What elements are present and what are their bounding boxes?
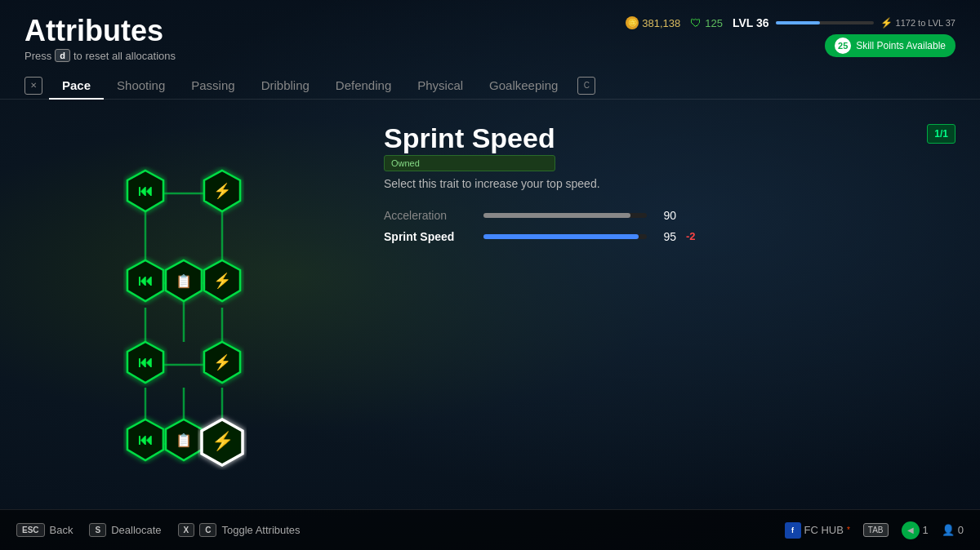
stat-label-sprint: Sprint Speed bbox=[384, 230, 474, 243]
person-count: 0 bbox=[958, 524, 964, 536]
trait-name-section: Sprint Speed Owned bbox=[384, 124, 555, 171]
svg-text:📋: 📋 bbox=[176, 273, 192, 289]
stat-label-acceleration: Acceleration bbox=[384, 209, 474, 222]
svg-text:⏮: ⏮ bbox=[138, 273, 153, 289]
xp-text: 1172 to LVL 37 bbox=[896, 18, 956, 28]
tab-goalkeeping[interactable]: Goalkeeping bbox=[476, 72, 571, 99]
level-row: 🪙 381,138 🛡 125 LVL 36 ⚡ 1172 to LVL 37 bbox=[626, 16, 956, 29]
tab-key: TAB bbox=[863, 523, 889, 537]
subtitle-text: Press bbox=[24, 50, 51, 62]
shield-icon: 🛡 bbox=[690, 16, 702, 29]
xp-label: ⚡ 1172 to LVL 37 bbox=[880, 17, 956, 29]
bottom-left: ESC Back S Deallocate X C Toggle Attribu… bbox=[16, 523, 301, 537]
arrow-group: ◀ 1 bbox=[902, 521, 929, 539]
xp-icon: ⚡ bbox=[880, 17, 893, 29]
reset-key: d bbox=[55, 49, 70, 62]
tab-defending[interactable]: Defending bbox=[323, 72, 404, 99]
svg-text:⏮: ⏮ bbox=[138, 183, 153, 199]
xp-bar-container bbox=[776, 21, 874, 24]
tab-physical[interactable]: Physical bbox=[404, 72, 476, 99]
connections bbox=[145, 193, 222, 444]
svg-text:📋: 📋 bbox=[176, 432, 192, 448]
person-icon-area: 👤 0 bbox=[942, 524, 964, 536]
fc-hub[interactable]: f FC HUB * bbox=[785, 522, 850, 539]
title-section: Attributes Press d to reset all allocati… bbox=[24, 16, 176, 62]
back-label: Back bbox=[50, 524, 74, 536]
subtitle-rest: to reset all allocations bbox=[74, 50, 176, 62]
page-title: Attributes bbox=[24, 16, 176, 46]
toggle-key-c: C bbox=[199, 523, 216, 537]
deallocate-key: S bbox=[89, 523, 106, 537]
coins-value: 381,138 bbox=[642, 17, 680, 29]
coins-display: 🪙 381,138 bbox=[626, 16, 680, 29]
trait-description: Select this trait to increase your top s… bbox=[384, 176, 956, 193]
stat-row-sprint: Sprint Speed 95 -2 bbox=[384, 230, 956, 243]
svg-text:⚡: ⚡ bbox=[212, 430, 234, 452]
bottom-bar: ESC Back S Deallocate X C Toggle Attribu… bbox=[0, 509, 980, 550]
right-panel: Sprint Speed Owned 1/1 Select this trait… bbox=[384, 116, 956, 503]
back-key: ESC bbox=[16, 523, 45, 537]
top-right: 🪙 381,138 🛡 125 LVL 36 ⚡ 1172 to LVL 37 bbox=[626, 16, 956, 57]
stat-diff-sprint: -2 bbox=[686, 230, 696, 242]
level-label: LVL 36 bbox=[733, 16, 769, 29]
trait-header: Sprint Speed Owned 1/1 bbox=[384, 124, 956, 171]
toggle-key-x: X bbox=[178, 523, 195, 537]
shield-display: 🛡 125 bbox=[690, 16, 723, 29]
back-btn[interactable]: ESC Back bbox=[16, 523, 73, 537]
stat-value-sprint: 95 bbox=[657, 230, 676, 243]
tab-dribbling[interactable]: Dribbling bbox=[248, 72, 323, 99]
header: Attributes Press d to reset all allocati… bbox=[0, 0, 980, 62]
level-info: LVL 36 ⚡ 1172 to LVL 37 bbox=[733, 16, 956, 29]
arrow-left-count: 1 bbox=[923, 524, 929, 536]
stat-row-acceleration: Acceleration 90 bbox=[384, 209, 956, 222]
tab-prev-btn[interactable]: ✕ bbox=[24, 77, 42, 95]
skill-points-label: Skill Points Available bbox=[856, 40, 946, 51]
toggle-btn[interactable]: X C Toggle Attributes bbox=[178, 523, 301, 537]
nav-tabs: ✕ Pace Shooting Passing Dribbling Defend… bbox=[0, 62, 980, 100]
tab-passing[interactable]: Passing bbox=[178, 72, 247, 99]
fc-hub-label: FC HUB bbox=[804, 524, 844, 536]
stat-bar-bg-acceleration bbox=[483, 213, 647, 218]
trait-name: Sprint Speed bbox=[384, 124, 555, 152]
bottom-right: f FC HUB * TAB ◀ 1 👤 0 bbox=[785, 521, 964, 539]
arrow-left-btn[interactable]: ◀ bbox=[902, 521, 920, 539]
skill-points-badge: 25 Skill Points Available bbox=[825, 34, 956, 57]
deallocate-label: Deallocate bbox=[111, 524, 161, 536]
tab-next-btn[interactable]: C bbox=[577, 77, 595, 95]
stat-bar-bg-sprint bbox=[483, 234, 647, 239]
trait-fraction: 1/1 bbox=[927, 124, 956, 144]
skill-tree-svg: ⏮ ⚡ ⏮ 📋 ⚡ ⏮ ⚡ bbox=[98, 162, 278, 472]
owned-badge: Owned bbox=[384, 155, 555, 171]
main-area: ⏮ ⚡ ⏮ 📋 ⚡ ⏮ ⚡ bbox=[0, 100, 980, 519]
skill-tree: ⏮ ⚡ ⏮ 📋 ⚡ ⏮ ⚡ bbox=[98, 162, 278, 456]
shield-value: 125 bbox=[705, 17, 723, 29]
toggle-label: Toggle Attributes bbox=[221, 524, 300, 536]
skill-tree-area: ⏮ ⚡ ⏮ 📋 ⚡ ⏮ ⚡ bbox=[24, 116, 351, 503]
person-icon: 👤 bbox=[942, 524, 955, 536]
stat-value-acceleration: 90 bbox=[657, 209, 676, 222]
svg-text:⚡: ⚡ bbox=[213, 182, 232, 200]
subtitle: Press d to reset all allocations bbox=[24, 49, 176, 62]
svg-text:⏮: ⏮ bbox=[138, 354, 153, 370]
tab-pace[interactable]: Pace bbox=[49, 72, 104, 99]
skill-points-number: 25 bbox=[835, 38, 851, 54]
fc-icon: f bbox=[785, 522, 801, 539]
deallocate-btn[interactable]: S Deallocate bbox=[89, 523, 161, 537]
stat-bar-fill-acceleration bbox=[483, 213, 630, 218]
fc-hub-asterisk: * bbox=[847, 526, 850, 534]
tab-shooting[interactable]: Shooting bbox=[104, 72, 178, 99]
svg-text:⚡: ⚡ bbox=[213, 353, 232, 371]
svg-text:⏮: ⏮ bbox=[138, 432, 153, 448]
stat-bar-fill-sprint bbox=[483, 234, 639, 239]
xp-bar-fill bbox=[776, 21, 820, 24]
svg-text:⚡: ⚡ bbox=[213, 272, 232, 290]
content-area: Attributes Press d to reset all allocati… bbox=[0, 0, 980, 550]
coin-icon: 🪙 bbox=[626, 16, 639, 29]
